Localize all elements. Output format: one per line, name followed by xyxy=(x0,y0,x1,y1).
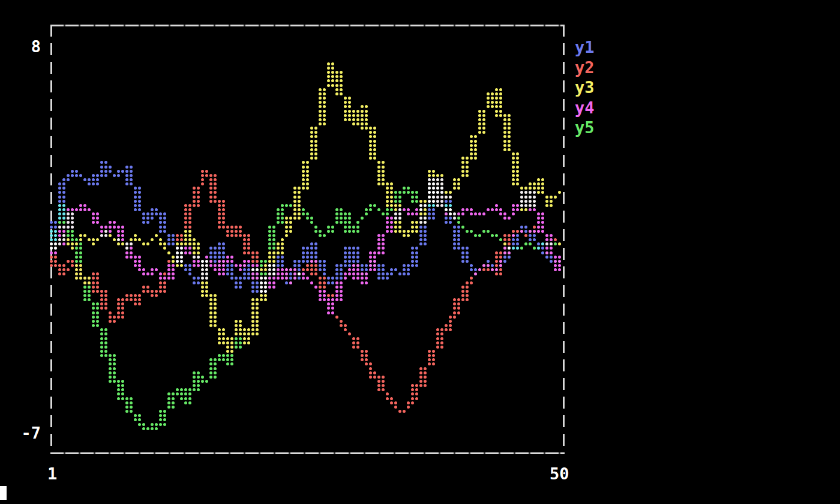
data-point-dot xyxy=(184,388,187,391)
data-point-dot xyxy=(503,114,506,117)
data-point-dot xyxy=(340,281,343,284)
data-point-dot xyxy=(310,251,313,254)
data-point-dot xyxy=(356,221,359,224)
data-point-dot xyxy=(146,242,149,245)
data-point-dot xyxy=(314,226,317,229)
data-point-dot xyxy=(251,307,254,310)
data-point-dot xyxy=(230,337,233,340)
data-point-dot xyxy=(163,290,166,293)
data-point-dot xyxy=(218,260,221,263)
data-point-dot xyxy=(398,196,401,199)
data-point-dot xyxy=(251,316,254,319)
data-point-dot xyxy=(340,217,343,220)
data-point-dot xyxy=(529,196,532,199)
data-point-dot xyxy=(373,371,376,374)
data-point-dot xyxy=(50,238,53,241)
data-point-dot xyxy=(130,256,133,259)
data-point-dot xyxy=(369,135,372,138)
data-point-dot xyxy=(75,268,78,271)
data-point-dot xyxy=(193,388,196,391)
data-point-dot xyxy=(193,187,196,190)
data-point-dot xyxy=(348,101,351,104)
data-point-dot xyxy=(361,110,364,113)
data-point-dot xyxy=(256,268,259,271)
data-point-dot xyxy=(121,242,124,245)
data-point-dot xyxy=(113,174,116,177)
data-point-dot xyxy=(449,316,452,319)
data-point-dot xyxy=(390,204,393,207)
data-point-dot xyxy=(306,247,309,250)
data-point-dot xyxy=(188,251,191,254)
data-point-dot xyxy=(466,298,469,301)
data-point-dot xyxy=(449,324,452,327)
data-point-dot xyxy=(75,170,78,173)
data-point-dot xyxy=(386,392,389,395)
data-point-dot xyxy=(218,332,221,335)
data-point-dot xyxy=(491,97,494,100)
data-point-dot xyxy=(104,302,107,305)
data-point-dot xyxy=(461,286,464,289)
data-point-dot xyxy=(146,427,149,430)
data-point-dot xyxy=(487,101,490,104)
data-point-dot xyxy=(503,148,506,151)
data-point-dot xyxy=(209,256,212,259)
data-point-dot xyxy=(117,388,120,391)
data-point-dot xyxy=(403,264,406,267)
data-point-dot xyxy=(373,152,376,155)
data-point-dot xyxy=(495,256,498,259)
data-point-dot xyxy=(377,170,380,173)
data-point-dot xyxy=(331,62,334,65)
data-point-dot xyxy=(83,294,86,297)
data-point-dot xyxy=(180,256,183,259)
data-point-dot xyxy=(62,200,65,203)
data-point-dot xyxy=(260,294,263,297)
data-point-dot xyxy=(235,324,238,327)
data-point-dot xyxy=(134,204,137,207)
data-point-dot xyxy=(197,242,200,245)
data-point-dot xyxy=(138,298,141,301)
data-point-dot xyxy=(327,62,330,65)
data-point-dot xyxy=(524,234,527,237)
data-point-dot xyxy=(130,401,133,404)
data-point-dot xyxy=(419,208,422,211)
data-point-dot xyxy=(487,92,490,95)
data-point-dot xyxy=(541,217,544,220)
data-point-dot xyxy=(302,182,305,185)
data-point-dot xyxy=(466,251,469,254)
data-point-dot xyxy=(256,332,259,335)
data-point-dot xyxy=(415,384,418,387)
data-point-dot xyxy=(58,268,61,271)
data-point-dot xyxy=(386,226,389,229)
data-point-dot xyxy=(449,204,452,207)
data-point-dot xyxy=(268,234,271,237)
data-point-dot xyxy=(121,316,124,319)
data-point-dot xyxy=(310,148,313,151)
data-point-dot xyxy=(470,135,473,138)
data-point-dot xyxy=(524,204,527,207)
data-point-dot xyxy=(214,251,217,254)
data-point-dot xyxy=(67,208,70,211)
data-point-dot xyxy=(104,174,107,177)
data-point-dot xyxy=(487,208,490,211)
data-point-dot xyxy=(499,268,502,271)
data-point-dot xyxy=(226,264,229,267)
data-point-dot xyxy=(407,234,410,237)
data-point-dot xyxy=(352,346,355,349)
data-point-dot xyxy=(50,251,53,254)
data-point-dot xyxy=(432,350,435,353)
data-point-dot xyxy=(382,388,385,391)
data-point-dot xyxy=(272,247,275,250)
data-point-dot xyxy=(411,196,414,199)
data-point-dot xyxy=(197,277,200,280)
data-point-dot xyxy=(138,191,141,194)
data-point-dot xyxy=(306,264,309,267)
data-point-dot xyxy=(58,217,61,220)
data-point-dot xyxy=(440,346,443,349)
data-point-dot xyxy=(449,196,452,199)
data-point-dot xyxy=(58,242,61,245)
data-point-dot xyxy=(130,174,133,177)
data-point-dot xyxy=(428,178,431,181)
data-point-dot xyxy=(62,264,65,267)
legend-item-y3: y3 xyxy=(575,79,595,97)
data-point-dot xyxy=(214,247,217,250)
